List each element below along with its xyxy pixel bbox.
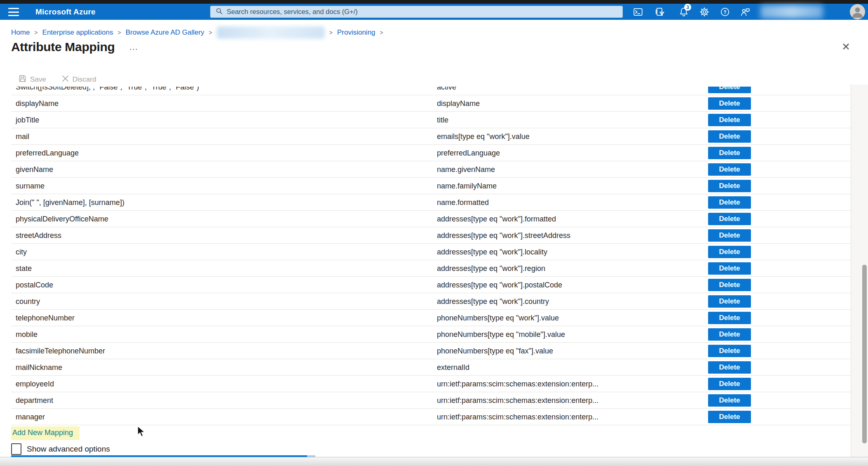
target-attribute: addresses[type eq "work"].locality (437, 244, 547, 260)
breadcrumb-home[interactable]: Home (11, 28, 30, 37)
table-row: departmenturn:ietf:params:scim:schemas:e… (11, 392, 851, 409)
source-attribute: mobile (16, 326, 38, 343)
show-advanced-options-row: Show advanced options (11, 443, 851, 455)
target-attribute: name.formatted (437, 194, 489, 211)
target-attribute: externalId (437, 359, 469, 376)
save-button[interactable]: Save (19, 75, 46, 85)
delete-button[interactable]: Delete (708, 246, 751, 258)
delete-button[interactable]: Delete (708, 213, 751, 225)
table-row: managerurn:ietf:params:scim:schemas:exte… (11, 409, 851, 425)
help-icon[interactable]: ? (718, 5, 732, 19)
breadcrumb-chevron-icon: > (380, 29, 383, 36)
delete-button[interactable]: Delete (708, 163, 751, 176)
more-options-icon[interactable]: … (129, 42, 139, 52)
delete-button[interactable]: Delete (708, 262, 751, 275)
table-row: employeeIdurn:ietf:params:scim:schemas:e… (11, 376, 851, 392)
delete-button[interactable]: Delete (708, 229, 751, 242)
screen-top-strip (0, 0, 868, 4)
discard-button[interactable]: Discard (62, 75, 96, 84)
brand-title[interactable]: Microsoft Azure (35, 4, 96, 20)
azure-portal-attribute-mapping: { "topbar": { "brand": "Microsoft Azure"… (0, 0, 868, 466)
source-attribute: city (16, 244, 27, 260)
table-row: facsimileTelephoneNumberphoneNumbers[typ… (11, 343, 851, 359)
table-row: countryaddresses[type eq "work"].country… (11, 293, 851, 310)
target-attribute: name.familyName (437, 178, 497, 194)
breadcrumb-chevron-icon: > (209, 29, 212, 36)
table-row: surnamename.familyNameDelete (11, 178, 851, 194)
delete-button[interactable]: Delete (708, 87, 751, 93)
save-label: Save (30, 75, 46, 84)
mapping-rows: displayNamedisplayNameDeletejobTitletitl… (11, 95, 851, 425)
target-attribute: phoneNumbers[type eq "mobile"].value (437, 326, 565, 343)
source-attribute: telephoneNumber (16, 310, 75, 326)
delete-button[interactable]: Delete (708, 279, 751, 291)
discard-x-icon (62, 75, 69, 84)
breadcrumb-chevron-icon: > (118, 29, 121, 36)
table-row: givenNamename.givenNameDelete (11, 161, 851, 178)
delete-button[interactable]: Delete (708, 411, 751, 423)
close-icon[interactable]: ✕ (842, 41, 850, 53)
target-attribute: emails[type eq "work"].value (437, 128, 530, 145)
target-attribute: addresses[type eq "work"].country (437, 293, 549, 310)
source-attribute: Join(" ", [givenName], [surname]) (16, 194, 124, 211)
source-attribute: surname (16, 178, 45, 194)
table-row-clipped: Switch([IsSoftDeleted], , "False", "True… (11, 87, 851, 95)
table-row: displayNamedisplayNameDelete (11, 95, 851, 112)
source-attribute: manager (16, 409, 45, 425)
target-attribute: addresses[type eq "work"].region (437, 260, 545, 277)
delete-button[interactable]: Delete (708, 394, 751, 407)
source-attribute: preferredLanguage (16, 145, 79, 161)
feedback-icon[interactable] (739, 5, 752, 19)
cloud-shell-icon[interactable] (631, 5, 645, 19)
delete-button[interactable]: Delete (708, 345, 751, 357)
table-row: cityaddresses[type eq "work"].localityDe… (11, 244, 851, 260)
account-name-redacted (760, 5, 823, 19)
breadcrumb-app-name-redacted[interactable] (217, 26, 325, 39)
search-placeholder: Search resources, services, and docs (G+… (227, 8, 358, 16)
target-attribute: displayName (437, 95, 480, 112)
delete-button[interactable]: Delete (708, 130, 751, 143)
breadcrumb-browse-gallery[interactable]: Browse Azure AD Gallery (126, 28, 204, 37)
target-attribute: addresses[type eq "work"].streetAddress (437, 227, 570, 244)
show-advanced-checkbox[interactable] (11, 443, 21, 455)
source-attribute: mailNickname (16, 359, 62, 376)
delete-button[interactable]: Delete (708, 312, 751, 324)
delete-button[interactable]: Delete (708, 361, 751, 374)
notifications-bell-icon[interactable]: 3 (677, 5, 690, 19)
vertical-scrollbar[interactable] (862, 265, 867, 443)
avatar[interactable] (850, 4, 865, 19)
attribute-mapping-table: Switch([IsSoftDeleted], , "False", "True… (11, 87, 851, 457)
delete-button[interactable]: Delete (708, 328, 751, 341)
settings-gear-icon[interactable] (698, 5, 711, 19)
global-search-input[interactable]: Search resources, services, and docs (G+… (210, 6, 623, 18)
search-icon (216, 7, 223, 16)
directory-filter-icon[interactable] (653, 5, 666, 19)
breadcrumb-chevron-icon: > (329, 29, 333, 36)
table-row: mailNicknameexternalIdDelete (11, 359, 851, 376)
table-row: physicalDeliveryOfficeNameaddresses[type… (11, 211, 851, 227)
breadcrumb-enterprise-applications[interactable]: Enterprise applications (42, 28, 113, 37)
add-new-mapping-link[interactable]: Add New Mapping (12, 428, 73, 437)
table-row: Join(" ", [givenName], [surname])name.fo… (11, 194, 851, 211)
delete-button[interactable]: Delete (708, 295, 751, 308)
delete-button[interactable]: Delete (708, 147, 751, 159)
breadcrumb: Home > Enterprise applications > Browse … (11, 26, 388, 39)
delete-button[interactable]: Delete (708, 97, 751, 110)
target-attribute: urn:ietf:params:scim:schemas:extension:e… (437, 376, 598, 392)
notification-count-badge: 3 (684, 4, 691, 11)
breadcrumb-provisioning[interactable]: Provisioning (337, 28, 375, 37)
delete-button[interactable]: Delete (708, 114, 751, 126)
target-attribute: title (437, 112, 448, 128)
table-row: telephoneNumberphoneNumbers[type eq "wor… (11, 310, 851, 326)
hamburger-menu-icon[interactable] (7, 7, 21, 16)
delete-button[interactable]: Delete (708, 378, 751, 390)
target-attribute: active (437, 87, 456, 95)
source-attribute: country (16, 293, 40, 310)
target-attribute: urn:ietf:params:scim:schemas:extension:e… (437, 409, 598, 425)
source-attribute: employeeId (16, 376, 54, 392)
source-attribute: physicalDeliveryOfficeName (16, 211, 108, 227)
discard-label: Discard (73, 75, 96, 84)
table-row: mailemails[type eq "work"].valueDelete (11, 128, 851, 145)
delete-button[interactable]: Delete (708, 196, 751, 209)
delete-button[interactable]: Delete (708, 180, 751, 192)
